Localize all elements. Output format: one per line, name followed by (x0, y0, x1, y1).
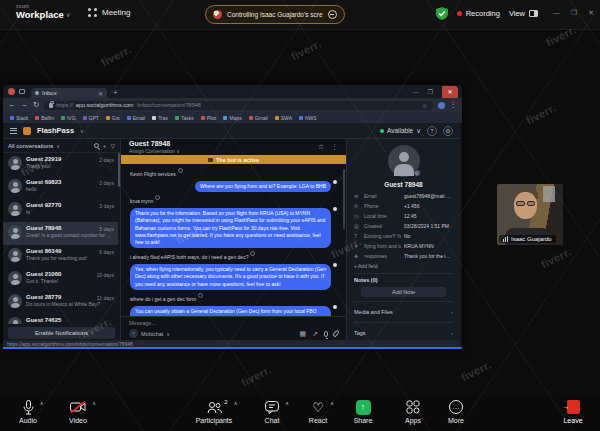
new-tab-button[interactable]: + (113, 88, 118, 98)
browser-close-button[interactable]: ✕ (442, 86, 458, 98)
reload-icon[interactable]: ↻ (33, 101, 39, 109)
composer-placeholder[interactable]: Message... (129, 320, 338, 326)
field-value: guest78948@mail.com (404, 193, 453, 199)
media-files-row[interactable]: Media and Files › (354, 305, 453, 319)
address-bar[interactable]: https:// app.socialgorithms.com /inbox/c… (44, 101, 432, 110)
conversation-item[interactable]: Guest 21060 Got it. Thanks! 10 days (3, 268, 118, 291)
bookmark-item[interactable]: SWA (275, 115, 292, 121)
maximize-button[interactable]: ❐ (571, 9, 577, 17)
close-button[interactable]: ✕ (588, 9, 594, 17)
bookmark-star-icon[interactable]: ☆ (422, 102, 427, 109)
browser-maximize-button[interactable]: ❐ (428, 88, 433, 95)
minimize-button[interactable]: — (553, 9, 560, 17)
audio-level-icon (503, 236, 508, 242)
shared-screen-stage: Inbox ✕ + — ❐ ✕ ← → ↻ https:// app.socia… (0, 30, 600, 395)
image-icon[interactable]: ▦ (300, 330, 307, 338)
app-logo-icon[interactable] (23, 127, 31, 135)
tags-row[interactable]: Tags › (354, 326, 453, 340)
react-chevron-icon[interactable]: ∧ (330, 400, 334, 406)
participants-button[interactable]: 2 ∧ Participants (186, 399, 242, 424)
contact-field-row: ▤ Created 03/28/2024 1:51 PM (354, 223, 453, 229)
sidebar-scrollbar[interactable] (118, 153, 120, 187)
bookmark-item[interactable]: NWS (299, 115, 317, 121)
workspace-chevron-icon[interactable]: ∨ (80, 128, 84, 134)
tab-meeting[interactable]: Meeting (88, 8, 130, 17)
add-person-icon[interactable]: + (103, 143, 107, 149)
availability-dot-icon (380, 129, 384, 133)
star-icon[interactable]: ☆ (318, 143, 324, 151)
settings-gear-icon[interactable]: ⚙ (443, 126, 453, 136)
leave-button[interactable]: Leave (545, 399, 600, 424)
bookmark-item[interactable]: Gmail (249, 115, 268, 121)
chevron-down-icon[interactable]: ∨ (66, 11, 70, 18)
availability-toggle[interactable]: Available ∨ (380, 127, 421, 135)
conversation-item[interactable]: Guest 78948 Great! Is a good contact num… (3, 222, 118, 245)
brand-workplace: Workplace (16, 10, 64, 20)
zoom-workplace-logo: zoom Workplace (16, 4, 64, 20)
add-note-button[interactable]: Add Note (361, 287, 446, 297)
share-button[interactable]: ↑ Share (335, 399, 391, 424)
browser-tab[interactable]: Inbox ✕ (31, 88, 107, 98)
message-composer[interactable]: Message... ⌾ Mobichat ∨ ▦ ↗ (121, 316, 346, 342)
bookmark-item[interactable]: Maps (223, 115, 241, 121)
contact-field-row: ✈ flying from and to KRUA MYNN (354, 243, 453, 249)
bookmark-item[interactable]: Baffin (35, 115, 54, 121)
attachment-icon[interactable] (332, 330, 340, 338)
bot-name[interactable]: Mobichat (141, 331, 163, 337)
workspace-name[interactable]: FlashPass (37, 126, 74, 135)
bookmark-item[interactable]: Gst (106, 115, 120, 121)
forward-icon[interactable]: → (21, 101, 29, 109)
participant-video-tile[interactable]: Isaac Guajardo (497, 184, 563, 245)
view-button[interactable]: View (509, 9, 538, 18)
conversations-filter[interactable]: All conversations (8, 143, 53, 149)
bookmark-item[interactable]: GPT (83, 115, 99, 121)
audio-button[interactable]: ∧ Audio (0, 399, 56, 424)
browser-avatar-icon[interactable] (438, 102, 445, 109)
bot-chevron-icon[interactable]: ∨ (166, 331, 170, 337)
bot-avatar-icon[interactable]: ⌾ (129, 329, 138, 338)
filter-icon[interactable]: ▽ (110, 142, 115, 149)
bookmark-item[interactable]: IVG (61, 115, 76, 121)
bookmark-item[interactable]: Tasks (175, 115, 194, 121)
bookmark-label: Trax (158, 115, 168, 121)
bookmark-item[interactable]: Email (127, 115, 146, 121)
bookmark-item[interactable]: Slack (10, 115, 28, 121)
bookmark-item[interactable]: Pilot (201, 115, 217, 121)
security-shield-icon[interactable] (436, 7, 448, 20)
conversation-item[interactable]: Guest 86349 Thank you for reaching out! … (3, 245, 118, 268)
tab-close-icon[interactable]: ✕ (98, 90, 103, 97)
mic-icon[interactable] (324, 331, 328, 337)
kebab-menu-icon[interactable]: ⋮ (331, 143, 338, 151)
conversation-item[interactable]: Guest 92770 hi 3 days (3, 199, 118, 222)
chat-chevron-icon[interactable]: ∧ (285, 400, 289, 406)
video-button[interactable]: ∧ Video (50, 399, 106, 424)
video-chevron-icon[interactable]: ∧ (92, 400, 96, 406)
stop-control-icon[interactable] (328, 10, 337, 19)
conversation-item[interactable]: Guest 74625 Thank you (3, 314, 118, 324)
enable-notifications-button[interactable]: Enable Notifications (8, 327, 115, 339)
audio-chevron-icon[interactable]: ∧ (40, 400, 44, 406)
hamburger-menu-icon[interactable] (10, 128, 17, 134)
field-label: flying from and to (364, 243, 401, 249)
remote-control-banner[interactable]: Controlling Isaac Guajardo's scre (205, 5, 345, 24)
browser-minimize-button[interactable]: — (413, 89, 419, 95)
help-icon[interactable]: ? (427, 126, 437, 136)
conversation-item[interactable]: Guest 69823 hello 2 days (3, 176, 118, 199)
more-button[interactable]: … More (428, 399, 484, 424)
recording-indicator[interactable]: Recording (457, 9, 500, 18)
browser-menu-icon[interactable]: ⋮ (450, 101, 458, 109)
bookmark-item[interactable]: Trax (152, 115, 168, 121)
search-icon[interactable] (94, 143, 99, 148)
share-arrow-icon[interactable]: ↗ (312, 330, 318, 338)
tab-search-icon[interactable] (19, 89, 25, 94)
conversation-item[interactable]: Guest 28779 Do tours in Mexico at White … (3, 291, 118, 314)
add-field-button[interactable]: + Add field (354, 263, 453, 269)
conversation-item[interactable]: Guest 22919 Thank you! 2 days (3, 153, 118, 176)
filter-chevron-icon[interactable]: ∨ (56, 143, 60, 149)
back-icon[interactable]: ← (8, 101, 16, 109)
participants-chevron-icon[interactable]: ∧ (234, 400, 238, 406)
chat-scrollbar[interactable] (343, 169, 345, 229)
browser-profile-icon[interactable] (8, 88, 15, 95)
edit-avatar-icon[interactable]: ✎ (413, 169, 421, 177)
assign-conversation[interactable]: Assign Conversation ∨ (129, 148, 180, 154)
